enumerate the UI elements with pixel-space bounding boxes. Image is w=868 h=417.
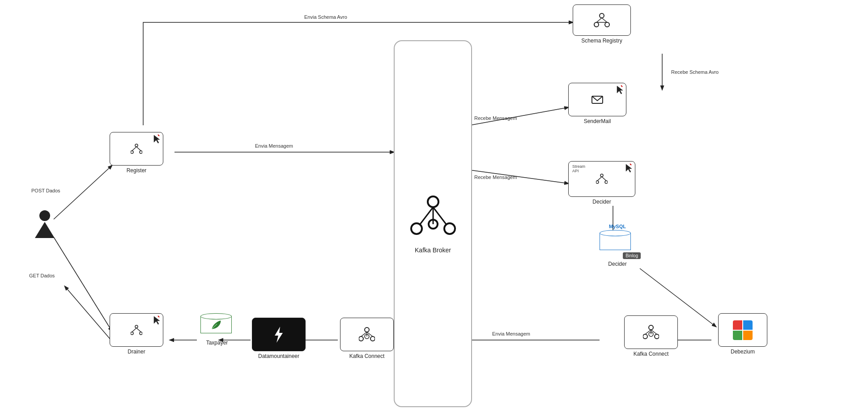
- svg-point-54: [370, 336, 375, 341]
- svg-line-5: [470, 170, 568, 183]
- svg-line-44: [602, 177, 606, 181]
- drainer-label: Drainer: [128, 349, 145, 355]
- svg-point-24: [444, 223, 455, 234]
- decider-kafka-small-icon: [596, 173, 608, 185]
- svg-point-64: [131, 332, 133, 335]
- svg-point-23: [411, 223, 422, 234]
- decider-cursor-icon: [625, 163, 633, 173]
- recebe-mensagem-decider-label: Recebe Mensagem: [474, 174, 517, 180]
- envia-mensagem-bottom-label: Envia Mensagem: [492, 331, 530, 336]
- kafka-connect-bottom-label: Kafka Connect: [349, 353, 385, 359]
- svg-marker-15: [154, 135, 160, 143]
- person-node: [27, 210, 63, 242]
- schema-registry-node: Schema Registry: [570, 4, 633, 44]
- svg-point-53: [359, 336, 363, 341]
- register-kafka-small-icon: [131, 143, 142, 155]
- recebe-schema-avro-label: Recebe Schema Avro: [671, 69, 719, 75]
- architecture-diagram: Envia Schema Avro Recebe Schema Avro Env…: [0, 0, 868, 417]
- svg-point-52: [365, 328, 369, 332]
- mysql-label: MySQL: [600, 224, 635, 229]
- svg-point-19: [140, 151, 142, 153]
- register-label: Register: [127, 167, 147, 174]
- taxpayer-icon: [210, 319, 222, 331]
- svg-line-62: [158, 316, 159, 317]
- svg-line-4: [470, 107, 568, 125]
- kafka-broker-icon: [408, 194, 458, 243]
- svg-point-29: [600, 13, 604, 18]
- kafka-broker-label: Kafka Broker: [415, 247, 451, 254]
- svg-line-66: [132, 328, 136, 332]
- svg-line-1: [54, 237, 112, 331]
- drainer-cursor-icon: [153, 315, 161, 325]
- sendermail-cursor-icon: [616, 85, 624, 95]
- datamountaineer-label: Datamountaineer: [258, 353, 299, 359]
- debezium-label: Debezium: [731, 349, 755, 355]
- svg-point-42: [605, 181, 608, 183]
- decider-label: Decider: [592, 199, 611, 205]
- svg-point-45: [649, 325, 653, 330]
- datamountaineer-icon: [272, 326, 285, 344]
- svg-point-22: [428, 196, 438, 207]
- decider-db-label: Decider: [608, 261, 626, 267]
- svg-marker-61: [154, 316, 160, 324]
- taxpayer-label: Taxpayer: [206, 340, 228, 346]
- svg-point-65: [140, 332, 142, 335]
- sendermail-node: SenderMail: [566, 83, 629, 124]
- post-dados-label: POST Dados: [31, 188, 60, 193]
- svg-point-17: [135, 144, 138, 147]
- svg-point-40: [600, 174, 603, 177]
- svg-line-16: [158, 135, 159, 136]
- sendermail-icon: [591, 94, 604, 106]
- schema-registry-label: Schema Registry: [581, 38, 622, 44]
- get-dados-label: GET Dados: [29, 273, 55, 278]
- svg-marker-35: [617, 86, 623, 94]
- svg-point-41: [596, 181, 599, 183]
- svg-point-31: [605, 22, 609, 27]
- kafka-connect-bottom-node: Kafka Connect: [338, 318, 396, 359]
- register-node: Register: [107, 132, 166, 174]
- kafka-connect-bottom-icon: [359, 327, 375, 343]
- kafka-connect-right-icon: [643, 324, 659, 340]
- drainer-node: Drainer: [107, 313, 166, 355]
- kafka-connect-right-node: Kafka Connect: [622, 315, 680, 357]
- svg-line-21: [136, 147, 141, 151]
- svg-line-33: [602, 18, 607, 22]
- recebe-mensagem-sendermail-label: Recebe Mensagem: [474, 115, 517, 121]
- svg-line-36: [621, 85, 622, 87]
- svg-line-43: [597, 177, 602, 181]
- person-icon: [31, 210, 58, 242]
- cursor-icon: [153, 134, 161, 144]
- svg-line-32: [596, 18, 602, 22]
- svg-point-63: [135, 325, 138, 328]
- svg-line-14: [65, 286, 111, 340]
- svg-point-47: [655, 334, 659, 339]
- kafka-connect-right-label: Kafka Connect: [634, 351, 669, 357]
- svg-point-30: [594, 22, 599, 27]
- debezium-node: Debezium: [716, 313, 770, 355]
- binlog-badge: Binlog: [623, 252, 641, 259]
- decider-node: StreamAPI Decider: [566, 161, 638, 205]
- svg-point-18: [131, 151, 133, 153]
- kafka-broker-container: Kafka Broker: [394, 40, 472, 407]
- envia-mensagem-top-label: Envia Mensagem: [255, 143, 293, 149]
- mysql-decider-node: MySQL Binlog Decider: [595, 224, 640, 267]
- svg-marker-59: [275, 327, 283, 343]
- taxpayer-node: Taxpayer: [197, 313, 237, 346]
- envia-schema-avro-label: Envia Schema Avro: [304, 14, 347, 20]
- schema-registry-icon: [594, 12, 610, 28]
- sendermail-label: SenderMail: [584, 118, 611, 124]
- svg-line-26: [433, 207, 446, 224]
- svg-line-20: [132, 147, 136, 151]
- svg-line-25: [420, 207, 433, 224]
- svg-marker-38: [626, 164, 632, 172]
- svg-line-67: [136, 328, 141, 332]
- debezium-icon: [733, 320, 753, 340]
- drainer-kafka-icon: [131, 324, 142, 336]
- svg-point-46: [643, 334, 647, 339]
- svg-line-39: [630, 164, 631, 165]
- datamountaineer-node: Datamountaineer: [250, 318, 308, 359]
